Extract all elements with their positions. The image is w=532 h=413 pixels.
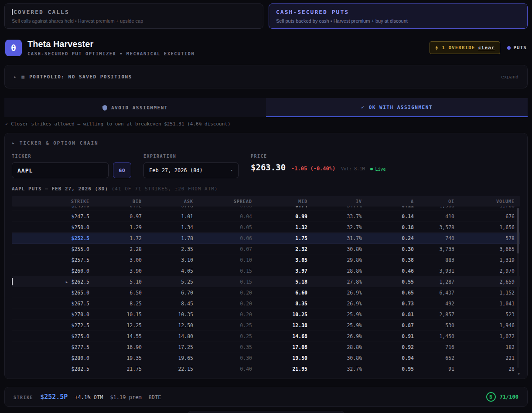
score-value: 71/100 [500, 394, 518, 400]
option-row[interactable]: $247.5 0.97 1.01 0.04 0.99 33.7% 0.14 41… [12, 211, 520, 222]
spread-cell: 0.30 [193, 355, 252, 361]
mid-cell: 3.05 [252, 257, 307, 263]
covered-calls-tab[interactable]: COVERED CALLS Sell calls against shares … [4, 3, 263, 29]
volume-cell: 2,659 [454, 279, 515, 285]
delta-cell: 0.91 [362, 333, 414, 339]
spread-cell: 0.20 [193, 301, 252, 307]
option-chain-card: ▸ TICKER & OPTION CHAIN TICKER GO EXPIRA… [4, 133, 528, 379]
mode-label: PUTS [514, 45, 527, 51]
delta-cell: 0.81 [362, 311, 414, 318]
option-row[interactable]: $275.0 14.55 14.80 0.25 14.68 26.9% 0.91… [12, 331, 520, 342]
delta-cell: 0.11 [362, 206, 414, 209]
delta-cell: 0.24 [362, 235, 414, 241]
expiration-field-block: EXPIRATION Feb 27, 2026 (8d) ▾ [143, 154, 239, 178]
scroll-more-icon[interactable]: ▼ [518, 372, 520, 376]
tab-avoid-assignment[interactable]: AVOID ASSIGNMENT [4, 98, 266, 117]
scrollbar-thumb[interactable] [517, 208, 519, 254]
iv-cell: 33.7% [307, 213, 362, 220]
ask-cell: 22.15 [142, 366, 193, 372]
portfolio-label-text: PORTFOLIO: NO SAVED POSITIONS [29, 74, 132, 80]
option-row[interactable]: $265.0 6.50 6.70 0.20 6.60 26.9% 0.65 6,… [12, 287, 520, 298]
column-header-oi[interactable]: OI [414, 199, 454, 204]
table-scrollbar[interactable] [517, 208, 519, 368]
ask-cell: 19.65 [142, 355, 193, 361]
column-header-bid[interactable]: BID [89, 199, 142, 204]
strike-cell: $250.0 [12, 224, 89, 230]
strike-cell: $265.0 [12, 290, 89, 296]
override-badge[interactable]: 1 OVERRIDE clear [430, 41, 500, 54]
option-row[interactable]: $280.0 19.35 19.65 0.30 19.50 30.8% 0.94… [12, 352, 520, 363]
tab-ok-with-assignment[interactable]: ✓ OK WITH ASSIGNMENT [266, 98, 528, 117]
column-header-ask[interactable]: ASK [142, 199, 193, 204]
ask-cell: 17.25 [142, 344, 193, 350]
oi-cell: 6,437 [414, 290, 454, 296]
strike-cell: $270.0 [12, 311, 89, 318]
expiration-select[interactable]: Feb 27, 2026 (8d) ▾ [143, 162, 239, 178]
covered-calls-title: COVERED CALLS [12, 9, 256, 15]
portfolio-label: ▸ ▦ PORTFOLIO: NO SAVED POSITIONS [14, 74, 132, 80]
mid-cell: 0.74 [252, 206, 307, 209]
ask-cell: 1.78 [142, 235, 193, 241]
chain-form: TICKER GO EXPIRATION Feb 27, 2026 (8d) ▾… [12, 154, 520, 178]
iv-cell: 27.8% [307, 279, 362, 285]
option-row[interactable]: $252.5 1.72 1.78 0.06 1.75 31.7% 0.24 74… [12, 233, 520, 244]
option-row[interactable]: $282.5 21.75 22.15 0.40 21.95 32.7% 0.95… [12, 363, 520, 374]
option-row[interactable]: $257.5 3.00 3.10 0.10 3.05 29.8% 0.38 88… [12, 254, 520, 265]
table-title-row: AAPL PUTS — FEB 27, 2026 (8D) (41 OF 71 … [12, 186, 520, 192]
column-header-strike[interactable]: STRIKE [12, 199, 89, 204]
delta-cell: 0.30 [362, 246, 414, 252]
option-row[interactable]: $262.5 5.10 5.25 0.15 5.18 27.8% 0.55 1,… [12, 276, 520, 287]
price-change: -1.05 (-0.40%) [291, 166, 335, 172]
option-row[interactable]: $260.0 3.90 4.05 0.15 3.97 28.8% 0.46 3,… [12, 265, 520, 276]
oi-cell: 410 [414, 213, 454, 220]
bid-cell: 12.25 [89, 322, 142, 328]
option-row[interactable]: $277.5 16.90 17.25 0.35 17.08 28.8% 0.92… [12, 342, 520, 352]
volume-cell: 578 [454, 235, 515, 241]
portfolio-bar[interactable]: ▸ ▦ PORTFOLIO: NO SAVED POSITIONS expand [4, 65, 528, 88]
ask-cell: 3.10 [142, 257, 193, 263]
column-header-iv[interactable]: IV [307, 199, 362, 204]
option-row[interactable]: $250.0 1.29 1.34 0.05 1.32 32.7% 0.18 3,… [12, 222, 520, 233]
column-header-mid[interactable]: MID [252, 199, 307, 204]
override-clear-link[interactable]: clear [478, 45, 494, 51]
go-button[interactable]: GO [113, 162, 131, 178]
assignment-note: ✓ Closer strikes allowed — willing to ow… [5, 121, 527, 127]
option-row[interactable]: $270.0 10.15 10.35 0.20 10.25 25.9% 0.81… [12, 309, 520, 320]
option-row[interactable]: $267.5 8.25 8.45 0.20 8.35 26.9% 0.73 49… [12, 298, 520, 309]
strike-cell: $252.5 [12, 235, 89, 241]
bid-cell: 3.00 [89, 257, 142, 263]
expiration-label: EXPIRATION [143, 154, 239, 159]
ask-cell: 4.05 [142, 268, 193, 274]
option-row[interactable]: $255.0 2.28 2.35 0.07 2.32 30.8% 0.30 3,… [12, 244, 520, 254]
column-header-delta[interactable]: Δ [362, 199, 414, 204]
ask-cell: 1.01 [142, 213, 193, 220]
bid-cell: 2.28 [89, 246, 142, 252]
ask-cell: 2.35 [142, 246, 193, 252]
table-strike-note: (41 OF 71 STRIKES, ±20 FROM ATM) [112, 186, 218, 192]
iv-cell: 30.8% [307, 355, 362, 361]
check-icon: ✓ [361, 104, 365, 110]
bid-cell: 0.72 [89, 206, 142, 209]
strike-cell: $272.5 [12, 322, 89, 328]
grade-circle: B [486, 392, 496, 402]
iv-cell: 31.7% [307, 235, 362, 241]
cash-secured-puts-tab[interactable]: CASH-SECURED PUTS Sell puts backed by ca… [269, 3, 528, 29]
expand-link[interactable]: expand [501, 74, 518, 80]
spread-cell: 0.10 [193, 257, 252, 263]
column-header-volume[interactable]: VOLUME [454, 199, 515, 204]
bid-cell: 10.15 [89, 311, 142, 318]
delta-cell: 0.95 [362, 366, 414, 372]
column-header-spread[interactable]: SPREAD [193, 199, 252, 204]
mid-cell: 21.95 [252, 366, 307, 372]
option-chain-header: STRIKE BID ASK SPREAD MID IV Δ OI VOLUME [12, 196, 520, 206]
ticker-input[interactable] [12, 162, 109, 178]
spread-cell: 0.35 [193, 344, 252, 350]
volume-cell: 523 [454, 311, 515, 318]
price-label: PRICE [251, 154, 386, 159]
price-field-block: PRICE $263.30 -1.05 (-0.40%) Vol: 8.1M L… [251, 154, 386, 178]
live-label: Live [375, 167, 385, 172]
theta-logo-icon: θ [5, 40, 22, 56]
option-row[interactable]: $245.0 0.72 0.78 0.06 0.74 34.7% 0.11 1,… [12, 206, 520, 211]
option-row[interactable]: $272.5 12.25 12.50 0.25 12.38 25.9% 0.87… [12, 320, 520, 331]
oi-cell: 652 [414, 355, 454, 361]
